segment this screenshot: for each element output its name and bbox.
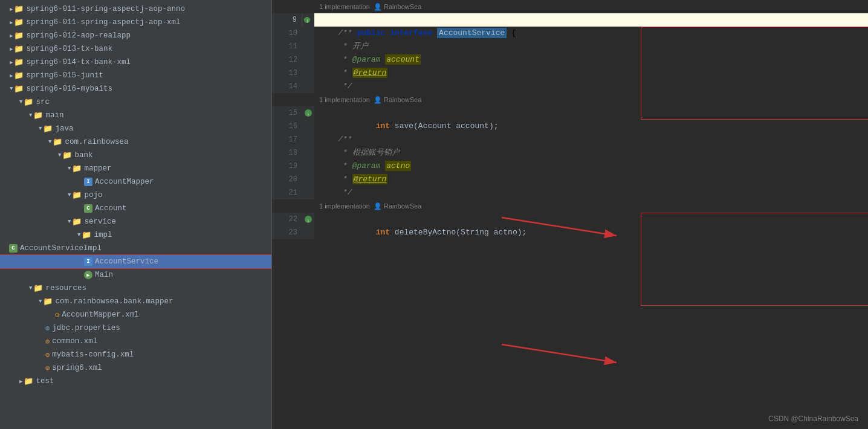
item-label: service [84,218,116,226]
sidebar-item-jdbc.properties[interactable]: ⚙jdbc.properties [0,321,271,335]
expand-arrow: ▶ [10,73,13,79]
item-label: main [45,111,63,120]
expand-arrow: ▼ [19,99,22,105]
arrow-2 [502,344,623,381]
code-line-9: 9 ↓ public interface AccountService { [272,13,868,27]
expand-arrow: ▶ [19,378,22,385]
expand-arrow: ▼ [29,112,32,118]
item-label: spring6-014-tx-bank-xml [26,58,131,66]
impl-hint-1: 1 implementation 👤 RainbowSea [319,3,421,11]
code-line-13: 13 * @return [272,66,868,80]
sidebar-item-Account[interactable]: CAccount [0,202,271,215]
code-line-17: 17 /** [272,133,868,146]
folder-icon: 📁 [72,217,82,227]
item-label: Main [95,271,113,279]
sidebar-item-java[interactable]: ▼📁java [0,122,271,135]
svg-text:↓: ↓ [306,18,309,24]
folder-icon: 📁 [43,124,53,134]
sidebar-item-spring6.xml[interactable]: ⚙spring6.xml [0,361,271,375]
main-icon: ▶ [84,271,92,279]
sidebar-item-test[interactable]: ▶📁test [0,375,271,388]
sidebar-item-AccountServiceImpl[interactable]: CAccountServiceImpl [0,242,271,255]
sidebar-item-spring6-016[interactable]: ▼📁spring6-016-mybaits [0,82,271,95]
expand-arrow: ▶ [10,59,13,66]
sidebar-item-spring6-011[interactable]: ▶📁spring6-011-spring-aspectj-aop-anno [0,2,271,16]
folder-icon: 📁 [72,164,82,173]
sidebar-item-mybatis-config.xml[interactable]: ⚙mybatis-config.xml [0,348,271,361]
svg-text:↓: ↓ [307,111,310,117]
item-label: com.rainbowsea [65,138,128,146]
folder-icon: 📁 [14,84,24,94]
folder-icon: 📁 [33,283,43,293]
expand-arrow: ▼ [39,126,42,132]
expand-arrow: ▼ [68,166,71,172]
item-label: src [36,98,50,106]
impl-hint-3: 1 implementation 👤 RainbowSea [319,202,421,210]
expand-arrow: ▼ [58,152,61,158]
sidebar-item-AccountService[interactable]: IAccountService [0,255,271,268]
sidebar-item-bank[interactable]: ▼📁bank [0,149,271,162]
gutter-icon-15: ↓ [304,109,313,117]
item-label: spring6-011-spring-aspectj-aop-xml [26,18,180,27]
item-label: mybatis-config.xml [52,350,134,359]
expand-arrow: ▼ [68,192,71,198]
item-label: AccountMapper [95,178,154,186]
sidebar-item-Main[interactable]: ▶Main [0,268,271,282]
prop-icon: ⚙ [45,324,50,333]
editor: 1 implementation 👤 RainbowSea 9 ↓ public… [272,0,868,429]
folder-icon: 📁 [14,57,24,67]
svg-text:↓: ↓ [307,218,310,223]
sidebar-item-com.rainbowsea[interactable]: ▼📁com.rainbowsea [0,135,271,149]
expand-arrow: ▶ [10,19,13,26]
item-label: AccountMapper.xml [62,311,139,319]
code-line-20: 20 * @return [272,173,868,186]
sidebar-item-AccountMapper.xml[interactable]: ⚙AccountMapper.xml [0,308,271,321]
sidebar-item-resources[interactable]: ▼📁resources [0,282,271,295]
item-label: common.xml [52,337,97,346]
sidebar-item-common.xml[interactable]: ⚙common.xml [0,335,271,348]
xml-icon: ⚙ [45,337,50,346]
item-label: spring6-012-aop-realapp [26,31,131,40]
expand-arrow: ▼ [39,298,42,305]
item-label: pojo [84,191,102,199]
watermark: CSDN @ChinaRainbowSea [768,414,858,423]
item-label: AccountService [95,257,158,266]
item-label: java [55,124,73,133]
sidebar-item-impl[interactable]: ▼📁impl [0,228,271,242]
code-line-22: 22 ↓ int deleteByActno(String actno); [272,213,868,226]
sidebar-item-com.rainbowsea.bank.mapper[interactable]: ▼📁com.rainbowsea.bank.mapper [0,295,271,308]
sidebar-item-spring6-014[interactable]: ▶📁spring6-014-tx-bank-xml [0,56,271,69]
sidebar-item-spring6-012[interactable]: ▶📁spring6-012-aop-realapp [0,29,271,42]
sidebar-item-spring6-015[interactable]: ▶📁spring6-015-junit [0,69,271,82]
sidebar-item-src[interactable]: ▼📁src [0,95,271,109]
interface-icon: I [84,178,92,186]
sidebar-item-mapper[interactable]: ▼📁mapper [0,162,271,175]
gutter-icon-22: ↓ [304,215,313,224]
class-icon: C [9,244,18,253]
code-line-19: 19 * @param actno [272,160,868,173]
item-label: com.rainbowsea.bank.mapper [55,297,173,306]
expand-arrow: ▼ [68,219,71,225]
item-label: bank [74,151,92,160]
sidebar-item-service[interactable]: ▼📁service [0,215,271,228]
expand-arrow: ▼ [29,285,32,291]
expand-arrow: ▼ [10,86,13,92]
item-label: test [36,377,54,385]
folder-icon: 📁 [62,150,72,160]
sidebar-item-spring6-013[interactable]: ▶📁spring6-013-tx-bank [0,42,271,56]
folder-icon: 📁 [33,111,43,120]
sidebar-item-spring6-011b[interactable]: ▶📁spring6-011-spring-aspectj-aop-xml [0,16,271,29]
item-label: spring6-013-tx-bank [26,45,112,53]
item-label: jdbc.properties [52,324,120,332]
item-label: mapper [84,164,111,173]
folder-icon: 📁 [14,71,24,80]
folder-icon: 📁 [14,4,24,14]
folder-icon: 📁 [43,297,53,306]
folder-icon: 📁 [14,18,24,27]
sidebar-item-AccountMapper[interactable]: IAccountMapper [0,175,271,189]
expand-arrow: ▼ [77,232,80,238]
sidebar-item-main[interactable]: ▼📁main [0,109,271,122]
code-line-11: 11 * 开户 [272,40,868,53]
sidebar-item-pojo[interactable]: ▼📁pojo [0,189,271,202]
code-line-18: 18 * 根据账号销户 [272,146,868,160]
